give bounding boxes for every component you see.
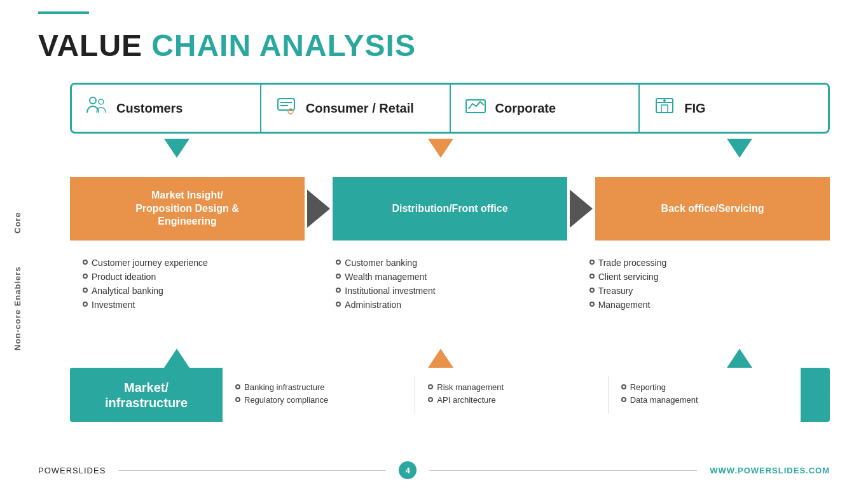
- customer-label-0: Customers: [116, 101, 183, 116]
- infra-bullet-0-0: [235, 384, 240, 389]
- title-area: VALUE CHAIN ANALYSIS: [38, 28, 416, 63]
- core-box-0: Market Insight/ Proposition Design & Eng…: [70, 177, 305, 241]
- title-word2: CHAIN ANALYSIS: [151, 28, 416, 63]
- customer-label-1: Consumer / Retail: [306, 101, 414, 116]
- customer-box-1: Consumer / Retail: [261, 85, 451, 132]
- infra-bullet-2-1: [621, 397, 626, 402]
- infra-col-0: Banking infrastructure Regulatory compli…: [223, 382, 415, 408]
- infra-left: Market/ infrastructure: [70, 368, 223, 422]
- svg-rect-2: [278, 99, 294, 110]
- enabler-col-1: Customer banking Wealth management Insti…: [323, 251, 576, 320]
- enabler-col-0: Customer journey experience Product idea…: [70, 251, 323, 320]
- enabler-item-0-2: Analytical banking: [83, 286, 310, 296]
- bullet-1-2: [336, 288, 341, 293]
- arrow-up-3: [727, 349, 752, 368]
- arrow-down-3: [727, 139, 752, 158]
- infra-item-1-1: API architecture: [428, 395, 595, 405]
- customer-icon-2: [464, 94, 488, 123]
- footer-page-number: 4: [399, 461, 417, 479]
- arrow-down-1: [164, 139, 189, 158]
- svg-point-1: [99, 99, 104, 104]
- bullet-1-3: [336, 302, 341, 307]
- infra-bullet-1-1: [428, 397, 433, 402]
- arrow-down-2: [428, 139, 453, 158]
- bullet-2-3: [589, 302, 595, 307]
- enabler-item-2-2: Treasury: [589, 286, 817, 296]
- side-label-core: Core: [13, 188, 22, 258]
- infra-col-1: Risk management API architecture: [415, 382, 607, 408]
- enabler-item-0-0: Customer journey experience: [83, 258, 310, 268]
- footer-brand-text: POWERSLIDES: [38, 466, 106, 475]
- title-accent-line: [38, 11, 89, 14]
- enabler-item-2-1: Client servicing: [589, 272, 817, 282]
- customers-row: Customers Consumer / Retail Corporate: [70, 83, 830, 134]
- infra-left-text: Market/ infrastructure: [105, 380, 188, 410]
- infra-item-2-1: Data management: [621, 395, 788, 405]
- bullet-0-0: [83, 260, 88, 265]
- side-label-enablers: Non-core Enablers: [13, 254, 22, 363]
- customer-label-2: Corporate: [495, 101, 556, 116]
- enabler-item-2-0: Trade processing: [589, 258, 817, 268]
- infra-item-1-0: Risk management: [428, 382, 595, 392]
- customer-icon-1: [274, 94, 298, 123]
- bullet-2-0: [589, 260, 595, 265]
- infra-arrow-head: [801, 368, 830, 422]
- enabler-item-1-1: Wealth management: [336, 272, 563, 282]
- customer-icon-0: [85, 94, 109, 123]
- enabler-item-1-3: Administration: [336, 300, 563, 310]
- footer: POWERSLIDES 4 WWW.POWERSLIDES.COM: [38, 461, 830, 479]
- bullet-2-1: [589, 274, 595, 279]
- infra-item-2-0: Reporting: [621, 382, 788, 392]
- customer-box-2: Corporate: [451, 85, 640, 132]
- core-box-2: Back office/Servicing: [595, 177, 830, 241]
- core-arrow-2: [570, 190, 593, 228]
- infra-bullet-2-0: [621, 384, 626, 389]
- svg-point-0: [90, 97, 96, 104]
- enabler-item-2-3: Management: [589, 300, 817, 310]
- slide: VALUE CHAIN ANALYSIS Customers: [0, 0, 868, 488]
- infra-content: Banking infrastructure Regulatory compli…: [223, 368, 801, 422]
- bullet-0-3: [83, 302, 88, 307]
- core-arrow-1: [307, 190, 330, 228]
- core-box-1: Distribution/Front office: [333, 177, 567, 241]
- infra-item-0-1: Regulatory compliance: [235, 395, 402, 405]
- svg-point-7: [663, 99, 666, 102]
- svg-rect-6: [661, 105, 668, 113]
- enabler-item-0-3: Investment: [83, 300, 310, 310]
- infra-bullet-0-1: [235, 397, 240, 402]
- infra-item-0-0: Banking infrastructure: [235, 382, 402, 392]
- bullet-1-1: [336, 274, 341, 279]
- customer-box-0: Customers: [72, 85, 261, 132]
- arrow-up-1: [164, 349, 189, 368]
- bullet-1-0: [336, 260, 341, 265]
- footer-line-right: [429, 470, 697, 471]
- arrow-up-2: [428, 349, 453, 368]
- bullet-0-1: [83, 274, 88, 279]
- title-word1: VALUE: [38, 28, 142, 63]
- enabler-item-0-1: Product ideation: [83, 272, 310, 282]
- enabler-col-2: Trade processing Client servicing Treasu…: [577, 251, 830, 320]
- customer-box-3: FIG: [640, 85, 828, 132]
- footer-line-left: [118, 470, 386, 471]
- enabler-item-1-0: Customer banking: [336, 258, 563, 268]
- customer-label-3: FIG: [684, 101, 705, 116]
- enablers-row: Customer journey experience Product idea…: [70, 251, 830, 320]
- enabler-item-1-2: Institutional investment: [336, 286, 563, 296]
- infra-col-2: Reporting Data management: [609, 382, 801, 408]
- bullet-0-2: [83, 288, 88, 293]
- footer-url: WWW.POWERSLIDES.COM: [710, 466, 830, 475]
- infrastructure-row: Market/ infrastructure Banking infrastru…: [70, 368, 830, 422]
- infra-bullet-1-0: [428, 384, 433, 389]
- bullet-2-2: [589, 288, 595, 293]
- footer-brand: POWERSLIDES: [38, 466, 106, 475]
- customer-icon-3: [652, 94, 677, 123]
- core-row: Market Insight/ Proposition Design & Eng…: [70, 177, 830, 241]
